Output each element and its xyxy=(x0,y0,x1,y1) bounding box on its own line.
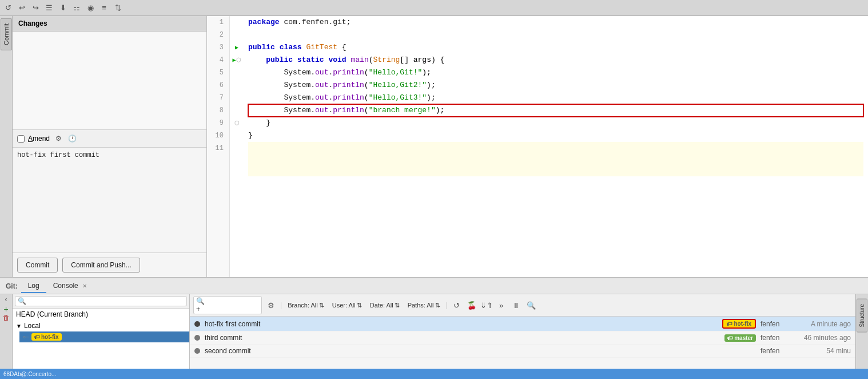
branch-icon-hotfix: ⟜ xyxy=(23,333,29,341)
commit-row-3[interactable]: second commit fenfen 54 minu xyxy=(190,345,855,358)
merge-icon[interactable]: ⇓⇑ xyxy=(481,299,492,311)
log-right: 🔍+ ⚙ | Branch: All ⇅ User: All ⇅ Date: A… xyxy=(190,294,855,369)
date-filter[interactable]: Date: All ⇅ xyxy=(368,301,402,310)
amend-checkbox[interactable] xyxy=(17,135,25,143)
commit-buttons: Commit Commit and Push... xyxy=(13,252,206,277)
separator-2: | xyxy=(446,301,448,309)
log-right-search-input[interactable] xyxy=(208,302,259,309)
commit-vertical-tab[interactable]: Commit xyxy=(1,18,12,50)
line-num-11: 11 xyxy=(210,142,226,155)
delete-branch-icon[interactable]: 🗑 xyxy=(3,314,10,322)
code-line-8: System.out.println("branch merge!"); xyxy=(248,104,863,117)
commit-button[interactable]: Commit xyxy=(17,258,58,273)
code-line-2 xyxy=(248,29,863,41)
commit-message-input[interactable]: hot-fix first commit xyxy=(17,151,202,208)
toolbar-refresh[interactable]: ↺ xyxy=(2,2,14,14)
bookmark-icon-9: ⬡ xyxy=(234,120,240,127)
commit-tag-master: 🏷 master xyxy=(724,334,756,342)
toolbar-align[interactable]: ≡ xyxy=(98,2,110,14)
commit-tag-label: hot-fix xyxy=(734,321,751,327)
line-num-10: 10 xyxy=(210,129,226,142)
code-line-10: } xyxy=(248,129,863,142)
cherry-pick-icon[interactable]: 🍒 xyxy=(466,299,477,311)
structure-vertical-tab[interactable]: Structure xyxy=(857,299,867,333)
line-num-5: 5 xyxy=(210,66,226,79)
tab-console[interactable]: Console ✕ xyxy=(46,279,94,293)
bottom-content: ‹ + 🗑 🔍 HEAD (Current Branch) xyxy=(0,294,868,369)
log-tree-local[interactable]: ▼ Local xyxy=(13,320,189,331)
settings-action-icon[interactable]: ⚙ xyxy=(265,299,277,311)
amend-history-icon[interactable]: 🕐 xyxy=(67,133,77,144)
log-right-search[interactable]: 🔍+ xyxy=(193,296,262,314)
code-lines: package com.fenfen.git; public class Git… xyxy=(244,16,868,277)
status-text: 68DAb@:Concerto... xyxy=(3,371,56,377)
main-area: Commit Changes Amend ⚙ 🕐 hot-fix first c… xyxy=(0,16,868,277)
toolbar-sort[interactable]: ⇅ xyxy=(112,2,124,14)
status-bar: 68DAb@:Concerto... xyxy=(0,369,868,379)
commit-time-2: 46 minutes ago xyxy=(794,334,851,342)
head-label: HEAD (Current Branch) xyxy=(16,310,88,318)
bottom-tabs: Git: Log Console ✕ xyxy=(0,278,868,294)
log-tree-hotfix[interactable]: ⟜ 🏷 hot-fix xyxy=(19,331,189,342)
commit-time-3: 54 minu xyxy=(794,347,851,355)
code-line-9: } xyxy=(248,117,863,129)
toolbar-undo[interactable]: ↩ xyxy=(16,2,27,14)
commit-panel: Changes Amend ⚙ 🕐 hot-fix first commit C… xyxy=(13,16,207,277)
gutter-7 xyxy=(230,92,244,104)
add-branch-icon[interactable]: + xyxy=(3,305,8,314)
code-line-6: System.out.println("Hello,Git2!"); xyxy=(248,79,863,92)
log-left-search[interactable]: 🔍 xyxy=(15,296,187,306)
branch-filter[interactable]: Branch: All ⇅ xyxy=(285,301,327,310)
line-num-9: 9 xyxy=(210,117,226,129)
commit-tag-hotfix: 🏷 hot-fix xyxy=(722,319,756,329)
gutter-8 xyxy=(230,104,244,117)
changes-area xyxy=(13,31,206,129)
changes-header: Changes xyxy=(13,16,206,31)
paths-filter[interactable]: Paths: All ⇅ xyxy=(405,301,443,310)
commit-and-push-button[interactable]: Commit and Push... xyxy=(62,258,140,273)
master-tag-icon: 🏷 xyxy=(727,335,733,341)
log-left: 🔍 HEAD (Current Branch) ▼ Local ⟜ xyxy=(13,294,190,369)
commit-message-area: hot-fix first commit xyxy=(13,148,206,252)
gutter-11 xyxy=(230,142,244,155)
user-filter[interactable]: User: All ⇅ xyxy=(330,301,364,310)
search-plus-icon: 🔍+ xyxy=(196,297,206,313)
refresh-icon[interactable]: ↺ xyxy=(451,299,463,311)
commit-dot-2 xyxy=(194,335,200,341)
toolbar-list[interactable]: ☰ xyxy=(43,2,55,14)
run-icon-3[interactable]: ▶ xyxy=(235,44,238,51)
pause-icon[interactable]: ⏸ xyxy=(511,299,522,311)
user-filter-arrow: ⇅ xyxy=(357,302,362,309)
more-icon[interactable]: » xyxy=(496,299,507,311)
tab-log[interactable]: Log xyxy=(21,279,46,293)
commit-dot-1 xyxy=(194,321,200,327)
amend-row: Amend ⚙ 🕐 xyxy=(13,129,206,148)
bookmark-icon-4: ⬡ xyxy=(236,57,241,64)
gutter-10 xyxy=(230,129,244,142)
log-right-toolbar: 🔍+ ⚙ | Branch: All ⇅ User: All ⇅ Date: A… xyxy=(190,294,855,317)
commit-time-1: A minute ago xyxy=(794,320,851,328)
top-toolbar: ↺ ↩ ↪ ☰ ⬇ ⚏ ◉ ≡ ⇅ xyxy=(0,0,868,16)
toolbar-grid[interactable]: ⚏ xyxy=(71,2,82,14)
log-panel: 🔍 HEAD (Current Branch) ▼ Local ⟜ xyxy=(13,294,855,369)
console-close-icon[interactable]: ✕ xyxy=(82,283,87,289)
git-label: Git: xyxy=(2,282,21,290)
code-editor: 1 2 3 4 5 6 7 8 9 10 11 ▶ ▶ ⬡ xyxy=(207,16,868,277)
find-icon[interactable]: 🔍 xyxy=(525,299,537,311)
line-num-3: 3 xyxy=(210,41,226,54)
line-num-7: 7 xyxy=(210,92,226,104)
log-left-toolbar: 🔍 xyxy=(13,294,189,309)
bottom-panel: Git: Log Console ✕ ‹ + 🗑 🔍 xyxy=(0,277,868,369)
toolbar-target[interactable]: ◉ xyxy=(85,2,96,14)
log-tree-head[interactable]: HEAD (Current Branch) xyxy=(13,309,189,320)
back-icon[interactable]: ‹ xyxy=(1,294,11,305)
amend-settings-icon[interactable]: ⚙ xyxy=(53,133,63,144)
toolbar-download[interactable]: ⬇ xyxy=(57,2,69,14)
line-num-4: 4 xyxy=(210,54,226,66)
commit-row-1[interactable]: hot-fix first commit 🏷 hot-fix fenfen A … xyxy=(190,317,855,331)
log-left-search-input[interactable] xyxy=(28,298,184,305)
commit-row-2[interactable]: third commit 🏷 master fenfen 46 minutes … xyxy=(190,331,855,345)
toolbar-redo[interactable]: ↪ xyxy=(30,2,41,14)
hotfix-tag-label: hot-fix xyxy=(41,334,59,340)
master-tag-label: master xyxy=(734,335,753,341)
